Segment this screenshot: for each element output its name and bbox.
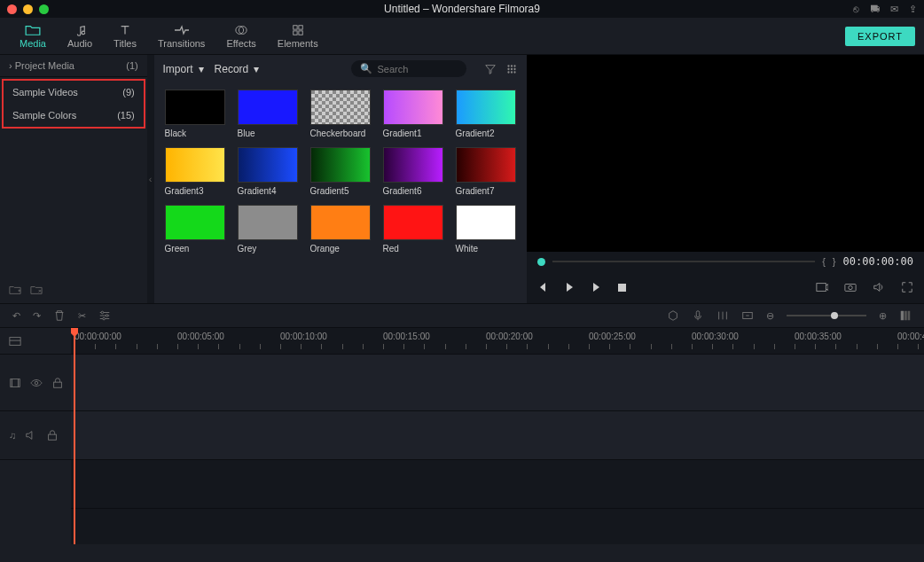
delete-button[interactable] bbox=[53, 309, 66, 322]
audio-track-header[interactable]: ♫ bbox=[0, 411, 71, 460]
audio-track[interactable] bbox=[71, 411, 924, 460]
marker-icon[interactable] bbox=[667, 309, 679, 322]
search-input[interactable] bbox=[378, 64, 449, 74]
svg-point-9 bbox=[507, 67, 509, 69]
mute-icon[interactable] bbox=[25, 429, 37, 441]
record-voiceover-icon[interactable] bbox=[692, 309, 704, 322]
prev-frame-button[interactable] bbox=[537, 282, 548, 293]
swatch-gradient2[interactable]: Gradient2 bbox=[456, 90, 516, 138]
tab-titles[interactable]: Titles bbox=[103, 22, 147, 51]
new-folder-icon[interactable] bbox=[9, 284, 21, 296]
svg-rect-31 bbox=[49, 434, 57, 440]
redo-button[interactable]: ↷ bbox=[33, 310, 41, 322]
zoom-in-button[interactable]: ⊕ bbox=[879, 310, 887, 322]
svg-rect-22 bbox=[696, 311, 700, 317]
swatch-blue[interactable]: Blue bbox=[238, 90, 298, 138]
svg-rect-26 bbox=[908, 311, 911, 321]
lock-icon[interactable] bbox=[46, 429, 59, 441]
panel-resize-handle[interactable]: ‹ bbox=[147, 55, 154, 303]
window-title: Untitled – Wondershare Filmora9 bbox=[384, 3, 540, 15]
swatch-gradient6[interactable]: Gradient6 bbox=[383, 147, 443, 196]
volume-icon[interactable] bbox=[873, 281, 885, 293]
search-input-wrapper[interactable]: 🔍 bbox=[351, 60, 466, 77]
adjust-button[interactable] bbox=[98, 309, 111, 322]
zoom-out-button[interactable]: ⊖ bbox=[766, 310, 774, 322]
swatch-thumb bbox=[310, 205, 371, 240]
swatch-grey[interactable]: Grey bbox=[238, 205, 298, 254]
swatch-label: Green bbox=[165, 244, 225, 254]
swatch-white[interactable]: White bbox=[456, 205, 516, 254]
swatch-label: Gradient7 bbox=[456, 186, 516, 196]
stop-button[interactable] bbox=[617, 283, 627, 293]
swatch-gradient5[interactable]: Gradient5 bbox=[310, 147, 371, 196]
video-track-header[interactable] bbox=[0, 355, 71, 411]
swatch-green[interactable]: Green bbox=[165, 205, 225, 254]
video-preview[interactable] bbox=[527, 55, 924, 252]
split-button[interactable]: ✂ bbox=[78, 310, 86, 322]
window-minimize[interactable] bbox=[23, 4, 33, 14]
swatch-black[interactable]: Black bbox=[165, 90, 225, 138]
quality-icon[interactable] bbox=[816, 281, 828, 293]
window-close[interactable] bbox=[7, 4, 17, 14]
swatch-checkerboard[interactable]: Checkerboard bbox=[310, 90, 371, 138]
tab-transitions[interactable]: Transitions bbox=[147, 22, 215, 51]
svg-point-14 bbox=[513, 71, 515, 73]
user-icon[interactable]: ⎋ bbox=[853, 4, 859, 15]
tab-elements[interactable]: Elements bbox=[267, 22, 329, 51]
window-maximize[interactable] bbox=[39, 4, 49, 14]
swatch-orange[interactable]: Orange bbox=[310, 205, 371, 254]
mail-icon[interactable]: ✉ bbox=[890, 4, 898, 15]
render-icon[interactable] bbox=[741, 309, 754, 322]
next-frame-button[interactable] bbox=[591, 282, 601, 293]
swatch-label: Gradient6 bbox=[383, 186, 443, 196]
mixer-icon[interactable] bbox=[716, 309, 729, 322]
swatch-gradient4[interactable]: Gradient4 bbox=[238, 147, 298, 196]
play-button[interactable] bbox=[564, 282, 575, 293]
mark-in-icon[interactable]: { bbox=[822, 256, 826, 267]
sidebar-header[interactable]: › Project Media (1) bbox=[0, 55, 147, 77]
svg-rect-24 bbox=[901, 311, 904, 321]
swatch-thumb bbox=[238, 147, 298, 183]
timeline-playhead[interactable] bbox=[74, 328, 75, 544]
swatch-gradient1[interactable]: Gradient1 bbox=[383, 90, 443, 138]
svg-point-20 bbox=[106, 315, 108, 317]
export-button[interactable]: EXPORT bbox=[845, 27, 915, 46]
notification-icon[interactable]: ⇪ bbox=[909, 4, 917, 15]
zoom-slider[interactable] bbox=[787, 315, 866, 316]
import-dropdown[interactable]: Import ▾ bbox=[163, 63, 204, 75]
empty-track[interactable] bbox=[71, 460, 924, 509]
swatch-label: Red bbox=[383, 244, 443, 254]
cart-icon[interactable]: ⛟ bbox=[870, 4, 880, 15]
preview-playhead-knob[interactable] bbox=[537, 258, 545, 266]
swatch-label: Gradient3 bbox=[165, 186, 225, 196]
grid-view-icon[interactable] bbox=[505, 63, 518, 75]
swatch-red[interactable]: Red bbox=[383, 205, 443, 254]
svg-point-21 bbox=[103, 317, 106, 320]
lock-icon[interactable] bbox=[51, 377, 64, 389]
timeline-ruler[interactable]: 00:00:00:0000:00:05:0000:00:10:0000:00:1… bbox=[71, 328, 924, 355]
snapshot-icon[interactable] bbox=[844, 281, 857, 293]
video-track[interactable] bbox=[71, 355, 924, 411]
delete-folder-icon[interactable] bbox=[30, 284, 43, 296]
highlighted-sidebar-items: Sample Videos (9) Sample Colors (15) bbox=[2, 79, 145, 129]
preview-scrubber[interactable] bbox=[552, 261, 816, 262]
tab-effects[interactable]: Effects bbox=[215, 22, 266, 51]
zoom-fit-button[interactable] bbox=[899, 309, 912, 322]
track-manager-icon[interactable] bbox=[9, 335, 21, 347]
ruler-mark: 00:00:10:00 bbox=[280, 332, 327, 341]
swatch-gradient3[interactable]: Gradient3 bbox=[165, 147, 225, 196]
tab-audio[interactable]: Audio bbox=[57, 22, 103, 51]
sidebar-item-sample-videos[interactable]: Sample Videos (9) bbox=[4, 81, 144, 104]
music-icon bbox=[72, 24, 88, 36]
record-dropdown[interactable]: Record ▾ bbox=[215, 63, 260, 75]
sidebar-item-sample-colors[interactable]: Sample Colors (15) bbox=[4, 104, 144, 127]
filter-icon[interactable] bbox=[484, 63, 497, 75]
swatch-gradient7[interactable]: Gradient7 bbox=[456, 147, 516, 196]
undo-button[interactable]: ↶ bbox=[12, 310, 20, 322]
visibility-icon[interactable] bbox=[30, 377, 43, 389]
mark-out-icon[interactable]: } bbox=[833, 256, 836, 267]
tab-media[interactable]: Media bbox=[9, 22, 57, 51]
ruler-mark: 00:00:20:00 bbox=[486, 332, 533, 341]
svg-rect-16 bbox=[817, 284, 826, 292]
fullscreen-icon[interactable] bbox=[901, 281, 913, 293]
